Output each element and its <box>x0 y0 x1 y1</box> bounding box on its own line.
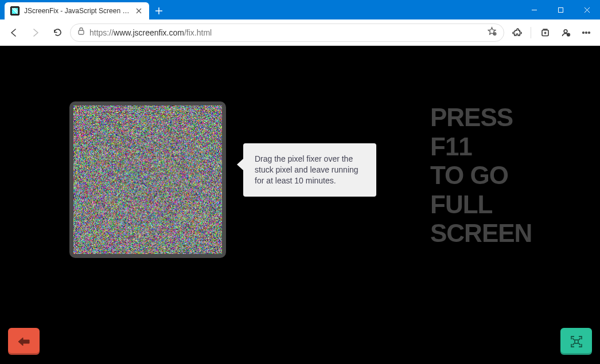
window-maximize-button[interactable] <box>547 0 574 19</box>
svg-point-4 <box>564 29 567 33</box>
nav-back-button[interactable] <box>5 24 23 42</box>
toolbar-right <box>508 24 595 42</box>
browser-toolbar: https://www.jscreenfix.com/fix.html <box>0 19 600 46</box>
lock-icon <box>77 27 85 38</box>
menu-button[interactable] <box>577 24 595 42</box>
pixel-noise-canvas <box>73 105 222 254</box>
svg-point-7 <box>586 32 587 33</box>
tooltip-arrow-icon <box>237 159 243 170</box>
toolbar-separator <box>531 27 531 38</box>
svg-point-8 <box>589 32 590 33</box>
page-content: Drag the pixel fixer over the stuck pixe… <box>0 46 600 364</box>
svg-rect-0 <box>558 7 563 12</box>
window-controls <box>521 0 600 19</box>
fullscreen-hint-line: FULL <box>430 190 591 220</box>
fullscreen-hint-line: F11 <box>430 132 591 162</box>
window-close-button[interactable] <box>574 0 600 19</box>
fullscreen-hint: PRESS F11 TO GO FULL SCREEN <box>430 103 591 248</box>
nav-forward-button[interactable] <box>26 24 45 42</box>
favicon-icon <box>10 6 20 15</box>
tab-close-button[interactable] <box>134 6 143 15</box>
back-button[interactable] <box>8 328 40 355</box>
fullscreen-hint-line: PRESS <box>430 103 591 132</box>
pixel-fixer-box[interactable] <box>69 101 226 258</box>
svg-rect-1 <box>79 30 84 34</box>
window-minimize-button[interactable] <box>521 0 547 19</box>
new-tab-button[interactable] <box>150 2 167 19</box>
url-text: https://www.jscreenfix.com/fix.html <box>89 28 482 37</box>
arrow-left-icon <box>17 336 32 347</box>
profile-button[interactable] <box>556 24 575 42</box>
tooltip: Drag the pixel fixer over the stuck pixe… <box>237 143 376 197</box>
nav-refresh-button[interactable] <box>48 24 67 42</box>
fullscreen-hint-line: TO GO <box>430 161 591 190</box>
tab-title: JScreenFix - JavaScript Screen Pix <box>24 7 130 15</box>
extensions-button[interactable] <box>508 24 526 42</box>
svg-point-6 <box>583 32 585 33</box>
address-bar[interactable]: https://www.jscreenfix.com/fix.html <box>70 24 504 42</box>
fullscreen-icon <box>570 335 583 349</box>
favorite-icon[interactable] <box>487 26 497 38</box>
collections-button[interactable] <box>536 24 554 42</box>
browser-tab[interactable]: JScreenFix - JavaScript Screen Pix <box>5 2 149 19</box>
fullscreen-hint-line: SCREEN <box>430 219 591 248</box>
tooltip-text: Drag the pixel fixer over the stuck pixe… <box>243 143 376 197</box>
fullscreen-button[interactable] <box>560 328 592 355</box>
window-titlebar: JScreenFix - JavaScript Screen Pix <box>0 0 600 19</box>
svg-rect-9 <box>575 340 578 343</box>
